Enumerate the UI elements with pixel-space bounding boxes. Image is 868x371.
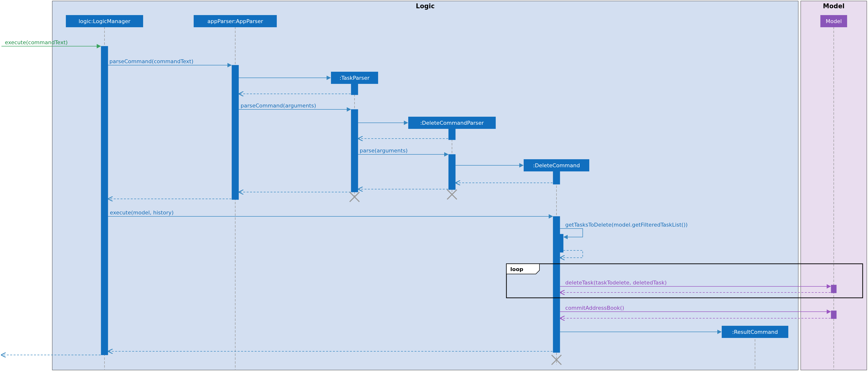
head-delete-cmd-parser-label: :DeleteCommandParser xyxy=(420,120,484,126)
head-logic-manager-label: logic:LogicManager xyxy=(79,18,130,24)
activation-dcp-a xyxy=(448,129,455,140)
lbl-commit-addr-book: commitAddressBook() xyxy=(565,305,624,311)
region-model-title: Model xyxy=(823,2,845,10)
head-result-command-label: :ResultCommand xyxy=(732,329,778,335)
lbl-delete-task: deleteTask(taskTodelete, deletedTask) xyxy=(565,280,666,286)
activation-model-b xyxy=(831,311,836,319)
activation-app-parser xyxy=(232,65,239,200)
lbl-parse-args: parse(arguments) xyxy=(360,148,408,154)
region-logic xyxy=(52,1,798,370)
head-task-parser-label: :TaskParser xyxy=(339,75,370,81)
activation-dc-a xyxy=(553,171,560,184)
lbl-parse-command-text: parseCommand(commandText) xyxy=(110,58,193,64)
activation-dc-self xyxy=(556,234,563,252)
head-model-label: Model xyxy=(826,18,842,24)
activation-logic-manager xyxy=(101,46,108,355)
lbl-execute-commandtext: execute(commandText) xyxy=(5,39,68,46)
activation-dcp-b xyxy=(448,154,455,190)
lbl-execute-model-hist: execute(model, history) xyxy=(110,209,174,216)
head-delete-command-label: :DeleteCommand xyxy=(533,163,580,169)
activation-task-parser-b xyxy=(351,109,358,192)
lbl-parse-command-args: parseCommand(arguments) xyxy=(241,103,316,109)
region-logic-title: Logic xyxy=(416,2,434,10)
activation-task-parser-a xyxy=(351,84,358,95)
lbl-get-tasks-to-delete: getTasksToDelete(model.getFilteredTaskLi… xyxy=(565,222,688,228)
frame-loop-label: loop xyxy=(510,266,523,272)
head-app-parser-label: appParser:AppParser xyxy=(207,18,263,24)
activation-model-a xyxy=(831,285,836,293)
